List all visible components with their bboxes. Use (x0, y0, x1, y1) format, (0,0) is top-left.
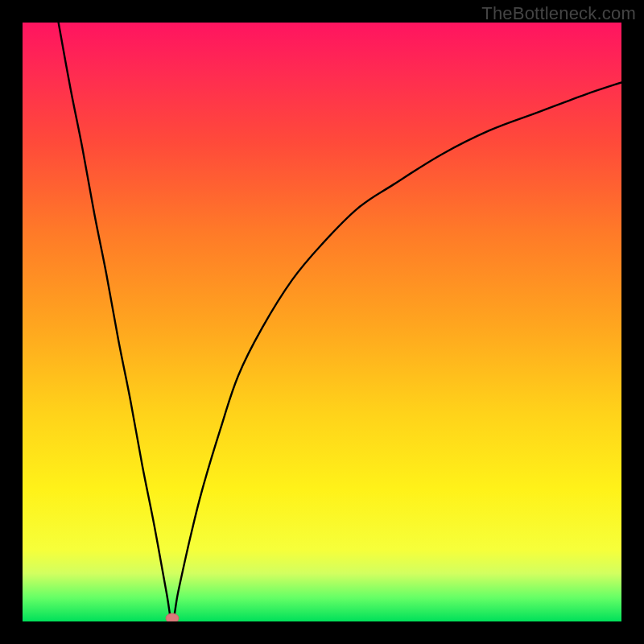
curve-path (59, 23, 621, 621)
bottleneck-curve (23, 23, 621, 621)
minimum-marker (166, 613, 179, 621)
plot-area (23, 23, 621, 621)
chart-frame: TheBottleneck.com (0, 0, 644, 644)
watermark-text: TheBottleneck.com (481, 3, 636, 24)
